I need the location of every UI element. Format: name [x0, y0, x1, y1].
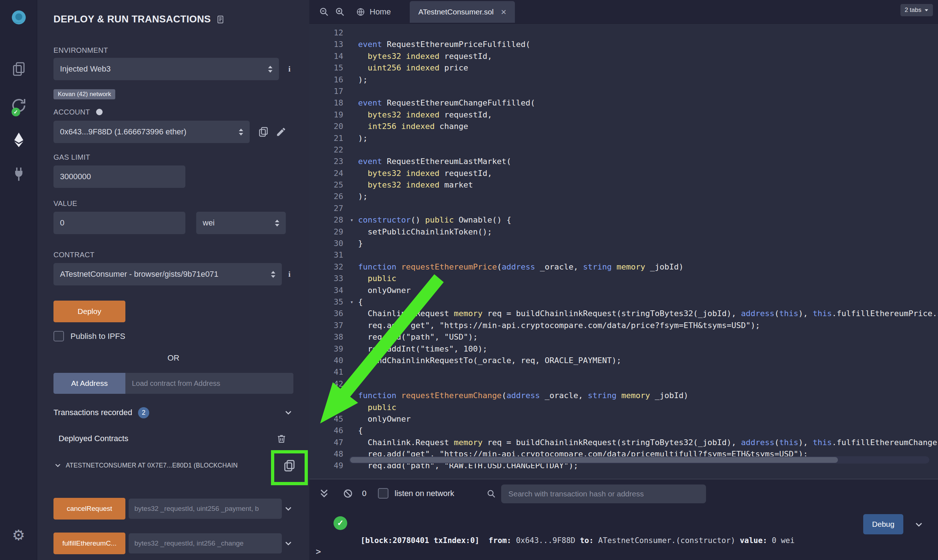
line-number[interactable]: 32	[309, 261, 345, 273]
terminal-prompt[interactable]: >	[316, 547, 321, 557]
line-number[interactable]: 19	[309, 109, 345, 121]
code-text[interactable]: {	[358, 425, 938, 437]
line-number[interactable]: 24	[309, 168, 345, 179]
line-number[interactable]: 25	[309, 179, 345, 191]
edit-account-pencil-icon[interactable]	[276, 126, 286, 137]
line-number[interactable]: 48	[309, 448, 345, 460]
debug-button[interactable]: Debug	[863, 514, 903, 534]
code-line[interactable]: 47 Chainlink.Request memory req = buildC…	[309, 437, 938, 448]
sidebar-item-solidity-compiler[interactable]: ✓	[0, 97, 37, 114]
code-line[interactable]: 15 uint256 indexed price	[309, 62, 938, 74]
code-text[interactable]: req.addInt("times", 100);	[358, 343, 938, 355]
fulfill-ethereum-change-button[interactable]: fulfillEthereumC...	[54, 532, 125, 554]
line-number[interactable]: 27	[309, 203, 345, 214]
at-address-input[interactable]	[125, 373, 294, 394]
line-number[interactable]: 17	[309, 86, 345, 97]
code-line[interactable]: 20 int256 indexed change	[309, 121, 938, 132]
code-line[interactable]: 39 req.addInt("times", 100);	[309, 343, 938, 355]
log-expand-chevron-down-icon[interactable]	[913, 519, 924, 530]
line-number[interactable]: 29	[309, 226, 345, 238]
code-line[interactable]: 18event RequestEthereumChangeFulfilled(	[309, 97, 938, 109]
code-line[interactable]: 21);	[309, 132, 938, 144]
code-text[interactable]	[358, 144, 938, 156]
code-line[interactable]: 35▾{	[309, 296, 938, 308]
code-line[interactable]: 27	[309, 203, 938, 214]
fulfill-ethereum-change-params-input[interactable]	[129, 533, 282, 554]
line-number[interactable]: 18	[309, 97, 345, 109]
listen-on-network-checkbox[interactable]	[378, 488, 388, 498]
code-text[interactable]: bytes32 indexed requestId,	[358, 168, 938, 179]
cancel-request-params-input[interactable]	[129, 498, 282, 519]
code-text[interactable]	[358, 249, 938, 261]
code-line[interactable]: 33 public	[309, 273, 938, 284]
code-text[interactable]	[358, 378, 938, 390]
fulfill-chevron-down-icon[interactable]	[283, 538, 294, 548]
line-number[interactable]: 45	[309, 413, 345, 425]
code-text[interactable]: function requestEthereumChange(address _…	[358, 390, 938, 402]
code-line[interactable]: 22	[309, 144, 938, 156]
code-line[interactable]: 12	[309, 27, 938, 38]
line-number[interactable]: 46	[309, 425, 345, 437]
code-text[interactable]	[358, 203, 938, 214]
contract-info-icon[interactable]: i	[288, 269, 291, 279]
code-text[interactable]: req.add("get", "https://min-api.cryptoco…	[358, 320, 938, 331]
code-text[interactable]: public	[358, 273, 938, 284]
sidebar-item-plugin-manager[interactable]	[0, 166, 37, 182]
code-line[interactable]: 25 bytes32 indexed market	[309, 179, 938, 191]
code-text[interactable]: public	[358, 402, 938, 413]
code-text[interactable]	[358, 86, 938, 97]
code-text[interactable]: onlyOwner	[358, 413, 938, 425]
transaction-log-entry[interactable]: [block:20780401 txIndex:0] from: 0x643..…	[361, 513, 795, 560]
code-line[interactable]: 38 req.add("path", "USD");	[309, 331, 938, 343]
deployed-contract-item[interactable]: ATESTNETCONSUMER AT 0X7E7...E80D1 (BLOCK…	[54, 458, 294, 472]
line-number[interactable]: 28	[309, 214, 345, 226]
tab-home[interactable]: Home	[355, 7, 391, 17]
line-number[interactable]: 22	[309, 144, 345, 156]
line-number[interactable]: 26	[309, 191, 345, 202]
tab-active-file[interactable]: ATestnetConsumer.sol ×	[410, 1, 515, 23]
settings-gear-icon[interactable]: ⚙	[0, 527, 37, 543]
line-number[interactable]: 37	[309, 320, 345, 331]
horizontal-scrollbar-track[interactable]	[349, 456, 929, 463]
line-number[interactable]: 35	[309, 296, 345, 308]
code-line[interactable]: 36 Chainlink.Request memory req = buildC…	[309, 308, 938, 319]
code-text[interactable]: onlyOwner	[358, 285, 938, 296]
line-number[interactable]: 13	[309, 38, 345, 50]
code-text[interactable]: bytes32 indexed requestId,	[358, 109, 938, 121]
at-address-button[interactable]: At Address	[54, 373, 125, 394]
code-line[interactable]: 45 onlyOwner	[309, 413, 938, 425]
code-line[interactable]: 37 req.add("get", "https://min-api.crypt…	[309, 320, 938, 331]
code-text[interactable]: function requestEthereumPrice(address _o…	[358, 261, 938, 273]
code-text[interactable]: }	[358, 366, 938, 378]
environment-select[interactable]: Injected Web3	[54, 58, 279, 80]
sidebar-item-file-explorer[interactable]	[0, 61, 37, 77]
code-area[interactable]: 1213event RequestEthereumPriceFulfilled(…	[309, 24, 938, 479]
code-line[interactable]: 32function requestEthereumPrice(address …	[309, 261, 938, 273]
code-text[interactable]: Chainlink.Request memory req = buildChai…	[358, 308, 938, 319]
code-line[interactable]: 31	[309, 249, 938, 261]
code-line[interactable]: 24 bytes32 indexed requestId,	[309, 168, 938, 179]
zoom-in-icon[interactable]	[335, 6, 345, 17]
line-number[interactable]: 23	[309, 156, 345, 167]
code-text[interactable]: constructor() public Ownable() {	[358, 214, 938, 226]
terminal-expand-double-chevron-icon[interactable]	[318, 488, 330, 500]
copy-deployed-address-icon[interactable]	[283, 458, 296, 473]
code-line[interactable]: 13event RequestEthereumPriceFulfilled(	[309, 38, 938, 50]
code-line[interactable]: 42	[309, 378, 938, 390]
code-text[interactable]: bytes32 indexed market	[358, 179, 938, 191]
clear-deployed-trash-icon[interactable]	[276, 433, 287, 444]
contract-select[interactable]: ATestnetConsumer - browser/gists/9b71e07…	[54, 263, 282, 285]
line-number[interactable]: 40	[309, 355, 345, 366]
code-text[interactable]: uint256 indexed price	[358, 62, 938, 74]
line-number[interactable]: 33	[309, 273, 345, 284]
code-line[interactable]: 34 onlyOwner	[309, 285, 938, 296]
code-line[interactable]: 29 setPublicChainlinkToken();	[309, 226, 938, 238]
close-tab-icon[interactable]: ×	[501, 8, 506, 16]
code-text[interactable]: event RequestEthereumLastMarket(	[358, 156, 938, 167]
terminal-search-input[interactable]	[501, 485, 706, 503]
code-text[interactable]: Chainlink.Request memory req = buildChai…	[358, 437, 938, 448]
code-line[interactable]: 14 bytes32 indexed requestId,	[309, 51, 938, 62]
gas-limit-input[interactable]	[54, 165, 185, 188]
clear-console-ban-icon[interactable]	[343, 488, 354, 499]
line-number[interactable]: 34	[309, 285, 345, 296]
